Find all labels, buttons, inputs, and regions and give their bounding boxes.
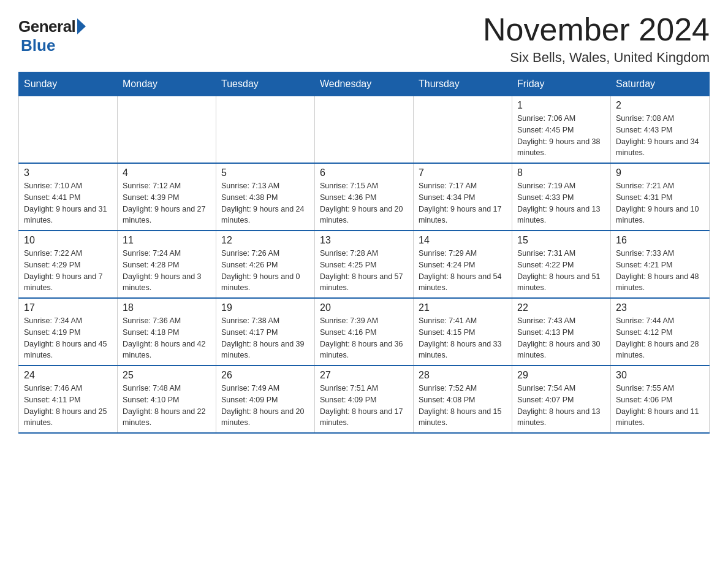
day-number: 17 xyxy=(24,302,112,313)
day-info: Sunrise: 7:21 AM Sunset: 4:31 PM Dayligh… xyxy=(616,180,704,226)
calendar-week-row: 10Sunrise: 7:22 AM Sunset: 4:29 PM Dayli… xyxy=(19,231,710,298)
day-number: 28 xyxy=(419,370,507,381)
page-title: November 2024 xyxy=(483,12,710,47)
calendar-cell: 2Sunrise: 7:08 AM Sunset: 4:43 PM Daylig… xyxy=(611,96,710,164)
calendar-cell: 6Sunrise: 7:15 AM Sunset: 4:36 PM Daylig… xyxy=(315,163,414,231)
day-number: 24 xyxy=(24,370,112,381)
day-of-week-header: Friday xyxy=(512,72,611,96)
calendar-cell: 12Sunrise: 7:26 AM Sunset: 4:26 PM Dayli… xyxy=(216,231,315,298)
day-number: 10 xyxy=(24,235,112,246)
calendar-cell: 23Sunrise: 7:44 AM Sunset: 4:12 PM Dayli… xyxy=(611,298,710,366)
calendar-cell: 15Sunrise: 7:31 AM Sunset: 4:22 PM Dayli… xyxy=(512,231,611,298)
calendar-cell: 24Sunrise: 7:46 AM Sunset: 4:11 PM Dayli… xyxy=(19,366,118,433)
calendar-cell: 20Sunrise: 7:39 AM Sunset: 4:16 PM Dayli… xyxy=(315,298,414,366)
calendar-cell: 7Sunrise: 7:17 AM Sunset: 4:34 PM Daylig… xyxy=(414,163,512,231)
day-number: 6 xyxy=(320,167,408,178)
day-number: 11 xyxy=(123,235,211,246)
day-info: Sunrise: 7:46 AM Sunset: 4:11 PM Dayligh… xyxy=(24,383,112,429)
calendar-cell: 14Sunrise: 7:29 AM Sunset: 4:24 PM Dayli… xyxy=(414,231,512,298)
day-number: 23 xyxy=(616,302,704,313)
day-number: 3 xyxy=(24,167,112,178)
day-of-week-header: Wednesday xyxy=(315,72,414,96)
calendar-body: 1Sunrise: 7:06 AM Sunset: 4:45 PM Daylig… xyxy=(19,96,710,434)
calendar-cell: 4Sunrise: 7:12 AM Sunset: 4:39 PM Daylig… xyxy=(118,163,216,231)
day-of-week-header: Monday xyxy=(118,72,216,96)
day-of-week-header: Tuesday xyxy=(216,72,315,96)
day-number: 22 xyxy=(517,302,605,313)
day-info: Sunrise: 7:44 AM Sunset: 4:12 PM Dayligh… xyxy=(616,315,704,361)
day-number: 21 xyxy=(419,302,507,313)
day-number: 26 xyxy=(221,370,309,381)
calendar-week-row: 17Sunrise: 7:34 AM Sunset: 4:19 PM Dayli… xyxy=(19,298,710,366)
day-number: 18 xyxy=(123,302,211,313)
day-number: 19 xyxy=(221,302,309,313)
logo-blue-text: Blue xyxy=(21,36,55,55)
page-subtitle: Six Bells, Wales, United Kingdom xyxy=(483,50,710,66)
calendar-week-row: 3Sunrise: 7:10 AM Sunset: 4:41 PM Daylig… xyxy=(19,163,710,231)
calendar-cell: 30Sunrise: 7:55 AM Sunset: 4:06 PM Dayli… xyxy=(611,366,710,433)
day-of-week-header: Sunday xyxy=(19,72,118,96)
day-info: Sunrise: 7:19 AM Sunset: 4:33 PM Dayligh… xyxy=(517,180,605,226)
day-info: Sunrise: 7:06 AM Sunset: 4:45 PM Dayligh… xyxy=(517,113,605,159)
calendar-cell xyxy=(19,96,118,164)
calendar-cell: 21Sunrise: 7:41 AM Sunset: 4:15 PM Dayli… xyxy=(414,298,512,366)
calendar-cell: 25Sunrise: 7:48 AM Sunset: 4:10 PM Dayli… xyxy=(118,366,216,433)
calendar-table: SundayMondayTuesdayWednesdayThursdayFrid… xyxy=(18,72,710,434)
calendar-week-row: 1Sunrise: 7:06 AM Sunset: 4:45 PM Daylig… xyxy=(19,96,710,164)
day-info: Sunrise: 7:33 AM Sunset: 4:21 PM Dayligh… xyxy=(616,248,704,294)
day-number: 2 xyxy=(616,100,704,111)
calendar-cell: 10Sunrise: 7:22 AM Sunset: 4:29 PM Dayli… xyxy=(19,231,118,298)
day-info: Sunrise: 7:15 AM Sunset: 4:36 PM Dayligh… xyxy=(320,180,408,226)
day-number: 4 xyxy=(123,167,211,178)
day-info: Sunrise: 7:13 AM Sunset: 4:38 PM Dayligh… xyxy=(221,180,309,226)
day-info: Sunrise: 7:49 AM Sunset: 4:09 PM Dayligh… xyxy=(221,383,309,429)
days-of-week-row: SundayMondayTuesdayWednesdayThursdayFrid… xyxy=(19,72,710,96)
day-number: 20 xyxy=(320,302,408,313)
day-of-week-header: Thursday xyxy=(414,72,512,96)
calendar-cell xyxy=(315,96,414,164)
day-info: Sunrise: 7:51 AM Sunset: 4:09 PM Dayligh… xyxy=(320,383,408,429)
page-header: General Blue November 2024 Six Bells, Wa… xyxy=(18,12,710,66)
day-number: 15 xyxy=(517,235,605,246)
calendar-cell xyxy=(414,96,512,164)
day-info: Sunrise: 7:39 AM Sunset: 4:16 PM Dayligh… xyxy=(320,315,408,361)
day-number: 12 xyxy=(221,235,309,246)
day-info: Sunrise: 7:22 AM Sunset: 4:29 PM Dayligh… xyxy=(24,248,112,294)
day-info: Sunrise: 7:31 AM Sunset: 4:22 PM Dayligh… xyxy=(517,248,605,294)
day-info: Sunrise: 7:17 AM Sunset: 4:34 PM Dayligh… xyxy=(419,180,507,226)
calendar-cell: 1Sunrise: 7:06 AM Sunset: 4:45 PM Daylig… xyxy=(512,96,611,164)
calendar-header: SundayMondayTuesdayWednesdayThursdayFrid… xyxy=(19,72,710,96)
day-info: Sunrise: 7:41 AM Sunset: 4:15 PM Dayligh… xyxy=(419,315,507,361)
day-info: Sunrise: 7:34 AM Sunset: 4:19 PM Dayligh… xyxy=(24,315,112,361)
day-info: Sunrise: 7:24 AM Sunset: 4:28 PM Dayligh… xyxy=(123,248,211,294)
day-number: 16 xyxy=(616,235,704,246)
calendar-cell: 11Sunrise: 7:24 AM Sunset: 4:28 PM Dayli… xyxy=(118,231,216,298)
day-info: Sunrise: 7:26 AM Sunset: 4:26 PM Dayligh… xyxy=(221,248,309,294)
title-block: November 2024 Six Bells, Wales, United K… xyxy=(483,12,710,66)
day-number: 13 xyxy=(320,235,408,246)
day-info: Sunrise: 7:48 AM Sunset: 4:10 PM Dayligh… xyxy=(123,383,211,429)
day-number: 29 xyxy=(517,370,605,381)
day-info: Sunrise: 7:54 AM Sunset: 4:07 PM Dayligh… xyxy=(517,383,605,429)
calendar-cell: 9Sunrise: 7:21 AM Sunset: 4:31 PM Daylig… xyxy=(611,163,710,231)
calendar-cell xyxy=(118,96,216,164)
day-number: 27 xyxy=(320,370,408,381)
day-number: 7 xyxy=(419,167,507,178)
day-info: Sunrise: 7:52 AM Sunset: 4:08 PM Dayligh… xyxy=(419,383,507,429)
day-info: Sunrise: 7:55 AM Sunset: 4:06 PM Dayligh… xyxy=(616,383,704,429)
calendar-cell: 26Sunrise: 7:49 AM Sunset: 4:09 PM Dayli… xyxy=(216,366,315,433)
day-info: Sunrise: 7:10 AM Sunset: 4:41 PM Dayligh… xyxy=(24,180,112,226)
day-info: Sunrise: 7:29 AM Sunset: 4:24 PM Dayligh… xyxy=(419,248,507,294)
calendar-cell: 18Sunrise: 7:36 AM Sunset: 4:18 PM Dayli… xyxy=(118,298,216,366)
logo-general-text: General xyxy=(18,17,75,36)
calendar-cell: 27Sunrise: 7:51 AM Sunset: 4:09 PM Dayli… xyxy=(315,366,414,433)
calendar-cell: 3Sunrise: 7:10 AM Sunset: 4:41 PM Daylig… xyxy=(19,163,118,231)
calendar-cell: 13Sunrise: 7:28 AM Sunset: 4:25 PM Dayli… xyxy=(315,231,414,298)
calendar-cell xyxy=(216,96,315,164)
day-number: 9 xyxy=(616,167,704,178)
day-info: Sunrise: 7:43 AM Sunset: 4:13 PM Dayligh… xyxy=(517,315,605,361)
calendar-cell: 5Sunrise: 7:13 AM Sunset: 4:38 PM Daylig… xyxy=(216,163,315,231)
day-of-week-header: Saturday xyxy=(611,72,710,96)
day-number: 25 xyxy=(123,370,211,381)
day-number: 8 xyxy=(517,167,605,178)
